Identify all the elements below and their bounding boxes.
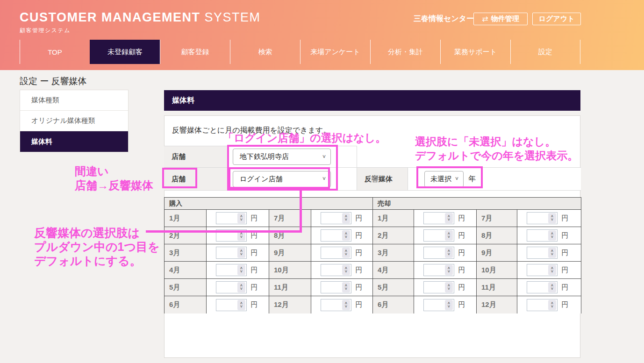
purchase-section-header: 購入 bbox=[165, 198, 373, 210]
price-input[interactable]: ˄˅ bbox=[216, 247, 247, 259]
number-spinner-icon[interactable]: ˄˅ bbox=[342, 248, 350, 258]
shop-select-2-value: ログイン店舗 bbox=[240, 175, 282, 184]
number-spinner-icon[interactable]: ˄˅ bbox=[342, 265, 350, 275]
price-input[interactable]: ˄˅ bbox=[527, 264, 558, 276]
number-spinner-icon[interactable]: ˄˅ bbox=[548, 265, 556, 275]
number-spinner-icon[interactable]: ˄˅ bbox=[548, 230, 556, 241]
sidebar-item-media-type[interactable]: 媒体種類 bbox=[20, 90, 128, 111]
price-input[interactable]: ˄˅ bbox=[423, 247, 454, 259]
annotation-mistake-line2: 店舗→反響媒体 bbox=[75, 178, 153, 192]
number-spinner-icon[interactable]: ˄˅ bbox=[237, 282, 245, 292]
price-input[interactable]: ˄˅ bbox=[527, 247, 558, 259]
number-spinner-icon[interactable]: ˄˅ bbox=[548, 282, 556, 292]
annotation-mistake: 間違い 店舗→反響媒体 bbox=[75, 164, 153, 192]
month-label: 12月 bbox=[269, 296, 311, 313]
month-label: 5月 bbox=[165, 279, 207, 296]
price-input[interactable]: ˄˅ bbox=[423, 229, 454, 242]
price-input[interactable]: ˄˅ bbox=[216, 229, 247, 242]
number-spinner-icon[interactable]: ˄˅ bbox=[548, 248, 556, 258]
number-spinner-icon[interactable]: ˄˅ bbox=[237, 213, 245, 223]
number-spinner-icon[interactable]: ˄˅ bbox=[237, 248, 245, 258]
number-spinner-icon[interactable]: ˄˅ bbox=[548, 213, 556, 223]
nav-item-visit-survey[interactable]: 来場アンケート bbox=[300, 40, 370, 64]
nav-item-unregistered-customers[interactable]: 未登録顧客 bbox=[90, 40, 160, 64]
swap-arrows-icon: ⇄ bbox=[482, 14, 488, 23]
shop-label-2: 店舗 bbox=[164, 168, 228, 190]
price-input-cell: ˄˅円 bbox=[311, 296, 373, 313]
sidebar-item-media-fee[interactable]: 媒体料 bbox=[20, 131, 128, 152]
property-management-button[interactable]: ⇄ 物件管理 bbox=[473, 13, 528, 25]
price-input-cell: ˄˅円 bbox=[414, 262, 477, 279]
app-logo: CUSTOMER MANAGEMENT SYSTEM 顧客管理システム bbox=[20, 10, 261, 35]
number-spinner-icon[interactable]: ˄˅ bbox=[237, 265, 245, 275]
logout-button[interactable]: ログアウト bbox=[532, 13, 581, 25]
annotation-default-line2: プルダウン中の1つ目を bbox=[34, 240, 160, 254]
month-label: 9月 bbox=[477, 244, 517, 262]
month-label: 12月 bbox=[477, 296, 517, 313]
price-input[interactable]: ˄˅ bbox=[321, 229, 351, 242]
unit-label: 円 bbox=[561, 266, 568, 275]
month-label: 1月 bbox=[373, 210, 414, 227]
price-input[interactable]: ˄˅ bbox=[321, 264, 351, 276]
price-input[interactable]: ˄˅ bbox=[321, 212, 351, 224]
price-input[interactable]: ˄˅ bbox=[216, 264, 247, 276]
number-spinner-icon[interactable]: ˄˅ bbox=[445, 282, 453, 292]
year-select[interactable]: 未選択 ˅ bbox=[424, 171, 464, 187]
price-input[interactable]: ˄˅ bbox=[527, 229, 558, 242]
number-spinner-icon[interactable]: ˄˅ bbox=[237, 300, 245, 310]
number-spinner-icon[interactable]: ˄˅ bbox=[445, 265, 453, 275]
shop-select-2[interactable]: ログイン店舗 ˅ bbox=[233, 171, 331, 187]
month-label: 10月 bbox=[269, 262, 311, 279]
nav-item-settings[interactable]: 設定 bbox=[510, 40, 580, 64]
month-label: 6月 bbox=[373, 296, 414, 313]
price-input-cell: ˄˅円 bbox=[517, 296, 581, 313]
price-input[interactable]: ˄˅ bbox=[527, 281, 558, 293]
number-spinner-icon[interactable]: ˄˅ bbox=[342, 213, 350, 223]
number-spinner-icon[interactable]: ˄˅ bbox=[445, 213, 453, 223]
response-media-label: 反響媒体 bbox=[357, 168, 408, 190]
price-input[interactable]: ˄˅ bbox=[423, 299, 454, 311]
price-input[interactable]: ˄˅ bbox=[527, 212, 558, 224]
price-input-cell: ˄˅円 bbox=[207, 296, 269, 313]
shop-select-1[interactable]: 地下鉄弘明寺店 ˅ bbox=[233, 149, 331, 165]
month-label: 11月 bbox=[269, 279, 311, 296]
price-input[interactable]: ˄˅ bbox=[423, 264, 454, 276]
nav-item-search[interactable]: 検索 bbox=[230, 40, 300, 64]
price-input[interactable]: ˄˅ bbox=[321, 281, 351, 293]
annotation-mistake-line1: 間違い bbox=[75, 164, 153, 178]
price-input-cell: ˄˅円 bbox=[517, 262, 581, 279]
unit-label: 円 bbox=[458, 231, 465, 240]
logout-label: ログアウト bbox=[539, 14, 575, 23]
number-spinner-icon[interactable]: ˄˅ bbox=[342, 282, 350, 292]
price-input-cell: ˄˅円 bbox=[311, 279, 373, 296]
price-input[interactable]: ˄˅ bbox=[321, 247, 351, 259]
number-spinner-icon[interactable]: ˄˅ bbox=[237, 230, 245, 241]
number-spinner-icon[interactable]: ˄˅ bbox=[445, 300, 453, 310]
chevron-down-icon: ˅ bbox=[455, 176, 458, 182]
price-input[interactable]: ˄˅ bbox=[423, 212, 454, 224]
unit-label: 円 bbox=[355, 214, 362, 223]
nav-item-customer-registration[interactable]: 顧客登録 bbox=[160, 40, 230, 64]
app-header: CUSTOMER MANAGEMENT SYSTEM 顧客管理システム 三春情報… bbox=[0, 0, 644, 70]
price-input[interactable]: ˄˅ bbox=[216, 212, 247, 224]
price-input[interactable]: ˄˅ bbox=[321, 299, 351, 311]
price-input[interactable]: ˄˅ bbox=[527, 299, 558, 311]
number-spinner-icon[interactable]: ˄˅ bbox=[548, 300, 556, 310]
nav-item-top[interactable]: TOP bbox=[20, 40, 90, 64]
unit-label: 円 bbox=[250, 249, 258, 257]
number-spinner-icon[interactable]: ˄˅ bbox=[445, 230, 453, 241]
chevron-down-icon: ˅ bbox=[322, 154, 326, 160]
unit-label: 円 bbox=[561, 214, 568, 223]
nav-item-analysis[interactable]: 分析・集計 bbox=[370, 40, 440, 64]
unit-label: 円 bbox=[250, 214, 258, 223]
number-spinner-icon[interactable]: ˄˅ bbox=[445, 248, 453, 258]
app-title-sub: SYSTEM bbox=[205, 10, 261, 24]
sidebar-item-original-media-type[interactable]: オリジナル媒体種類 bbox=[20, 111, 128, 131]
unit-label: 円 bbox=[355, 266, 362, 275]
number-spinner-icon[interactable]: ˄˅ bbox=[342, 230, 350, 241]
number-spinner-icon[interactable]: ˄˅ bbox=[342, 300, 350, 310]
price-input[interactable]: ˄˅ bbox=[423, 281, 454, 293]
price-input[interactable]: ˄˅ bbox=[216, 281, 247, 293]
price-input[interactable]: ˄˅ bbox=[216, 299, 247, 311]
nav-item-business-support[interactable]: 業務サポート bbox=[440, 40, 510, 64]
